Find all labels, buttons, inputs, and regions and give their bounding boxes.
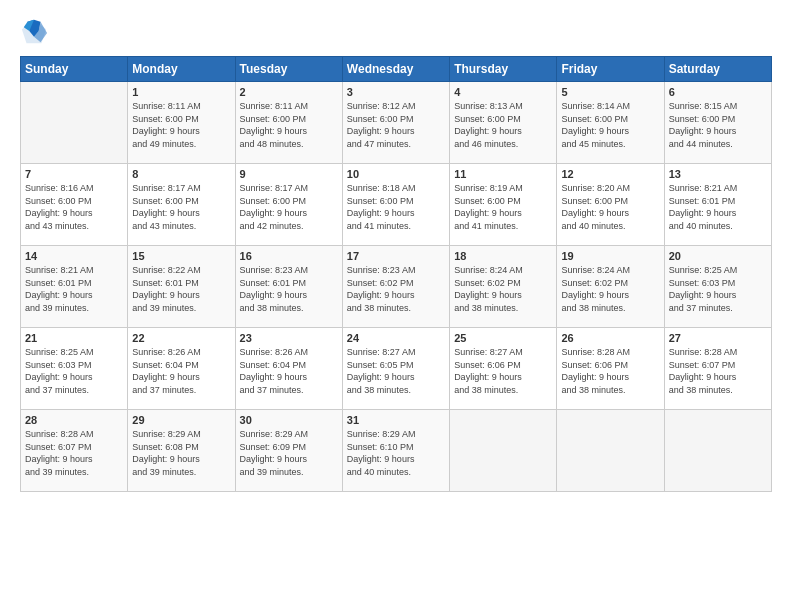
calendar-cell: 19Sunrise: 8:24 AMSunset: 6:02 PMDayligh… — [557, 246, 664, 328]
day-info: Sunrise: 8:24 AMSunset: 6:02 PMDaylight:… — [454, 264, 552, 314]
day-info: Sunrise: 8:29 AMSunset: 6:08 PMDaylight:… — [132, 428, 230, 478]
calendar-cell: 25Sunrise: 8:27 AMSunset: 6:06 PMDayligh… — [450, 328, 557, 410]
day-number: 31 — [347, 414, 445, 426]
day-number: 17 — [347, 250, 445, 262]
calendar-cell: 7Sunrise: 8:16 AMSunset: 6:00 PMDaylight… — [21, 164, 128, 246]
calendar-cell: 27Sunrise: 8:28 AMSunset: 6:07 PMDayligh… — [664, 328, 771, 410]
day-info: Sunrise: 8:28 AMSunset: 6:07 PMDaylight:… — [669, 346, 767, 396]
day-number: 7 — [25, 168, 123, 180]
calendar-cell — [450, 410, 557, 492]
day-number: 4 — [454, 86, 552, 98]
day-number: 30 — [240, 414, 338, 426]
day-info: Sunrise: 8:11 AMSunset: 6:00 PMDaylight:… — [132, 100, 230, 150]
calendar-cell: 5Sunrise: 8:14 AMSunset: 6:00 PMDaylight… — [557, 82, 664, 164]
day-info: Sunrise: 8:20 AMSunset: 6:00 PMDaylight:… — [561, 182, 659, 232]
day-number: 18 — [454, 250, 552, 262]
day-info: Sunrise: 8:23 AMSunset: 6:01 PMDaylight:… — [240, 264, 338, 314]
page: SundayMondayTuesdayWednesdayThursdayFrid… — [0, 0, 792, 612]
logo-icon — [20, 18, 48, 46]
calendar-cell: 26Sunrise: 8:28 AMSunset: 6:06 PMDayligh… — [557, 328, 664, 410]
day-info: Sunrise: 8:11 AMSunset: 6:00 PMDaylight:… — [240, 100, 338, 150]
calendar-table: SundayMondayTuesdayWednesdayThursdayFrid… — [20, 56, 772, 492]
day-info: Sunrise: 8:25 AMSunset: 6:03 PMDaylight:… — [25, 346, 123, 396]
day-number: 9 — [240, 168, 338, 180]
day-info: Sunrise: 8:14 AMSunset: 6:00 PMDaylight:… — [561, 100, 659, 150]
day-number: 22 — [132, 332, 230, 344]
day-info: Sunrise: 8:19 AMSunset: 6:00 PMDaylight:… — [454, 182, 552, 232]
day-number: 16 — [240, 250, 338, 262]
day-info: Sunrise: 8:26 AMSunset: 6:04 PMDaylight:… — [240, 346, 338, 396]
day-number: 1 — [132, 86, 230, 98]
day-info: Sunrise: 8:16 AMSunset: 6:00 PMDaylight:… — [25, 182, 123, 232]
header-row: SundayMondayTuesdayWednesdayThursdayFrid… — [21, 57, 772, 82]
day-number: 20 — [669, 250, 767, 262]
calendar-cell: 20Sunrise: 8:25 AMSunset: 6:03 PMDayligh… — [664, 246, 771, 328]
day-info: Sunrise: 8:18 AMSunset: 6:00 PMDaylight:… — [347, 182, 445, 232]
header-day: Tuesday — [235, 57, 342, 82]
day-info: Sunrise: 8:17 AMSunset: 6:00 PMDaylight:… — [240, 182, 338, 232]
day-info: Sunrise: 8:22 AMSunset: 6:01 PMDaylight:… — [132, 264, 230, 314]
day-number: 8 — [132, 168, 230, 180]
day-number: 28 — [25, 414, 123, 426]
calendar-cell: 29Sunrise: 8:29 AMSunset: 6:08 PMDayligh… — [128, 410, 235, 492]
calendar-cell — [557, 410, 664, 492]
calendar-week-row: 14Sunrise: 8:21 AMSunset: 6:01 PMDayligh… — [21, 246, 772, 328]
calendar-cell: 24Sunrise: 8:27 AMSunset: 6:05 PMDayligh… — [342, 328, 449, 410]
calendar-cell: 3Sunrise: 8:12 AMSunset: 6:00 PMDaylight… — [342, 82, 449, 164]
day-number: 2 — [240, 86, 338, 98]
calendar-cell: 31Sunrise: 8:29 AMSunset: 6:10 PMDayligh… — [342, 410, 449, 492]
day-number: 27 — [669, 332, 767, 344]
calendar-cell: 15Sunrise: 8:22 AMSunset: 6:01 PMDayligh… — [128, 246, 235, 328]
day-info: Sunrise: 8:17 AMSunset: 6:00 PMDaylight:… — [132, 182, 230, 232]
calendar-cell: 16Sunrise: 8:23 AMSunset: 6:01 PMDayligh… — [235, 246, 342, 328]
calendar-cell: 23Sunrise: 8:26 AMSunset: 6:04 PMDayligh… — [235, 328, 342, 410]
calendar-cell: 8Sunrise: 8:17 AMSunset: 6:00 PMDaylight… — [128, 164, 235, 246]
calendar-cell: 13Sunrise: 8:21 AMSunset: 6:01 PMDayligh… — [664, 164, 771, 246]
header — [20, 18, 772, 46]
header-day: Thursday — [450, 57, 557, 82]
day-info: Sunrise: 8:29 AMSunset: 6:10 PMDaylight:… — [347, 428, 445, 478]
day-info: Sunrise: 8:25 AMSunset: 6:03 PMDaylight:… — [669, 264, 767, 314]
day-info: Sunrise: 8:29 AMSunset: 6:09 PMDaylight:… — [240, 428, 338, 478]
day-info: Sunrise: 8:27 AMSunset: 6:05 PMDaylight:… — [347, 346, 445, 396]
day-number: 10 — [347, 168, 445, 180]
calendar-week-row: 7Sunrise: 8:16 AMSunset: 6:00 PMDaylight… — [21, 164, 772, 246]
calendar-cell: 11Sunrise: 8:19 AMSunset: 6:00 PMDayligh… — [450, 164, 557, 246]
day-number: 11 — [454, 168, 552, 180]
day-info: Sunrise: 8:12 AMSunset: 6:00 PMDaylight:… — [347, 100, 445, 150]
calendar-week-row: 1Sunrise: 8:11 AMSunset: 6:00 PMDaylight… — [21, 82, 772, 164]
day-info: Sunrise: 8:15 AMSunset: 6:00 PMDaylight:… — [669, 100, 767, 150]
calendar-cell: 6Sunrise: 8:15 AMSunset: 6:00 PMDaylight… — [664, 82, 771, 164]
header-day: Sunday — [21, 57, 128, 82]
calendar-cell — [664, 410, 771, 492]
day-number: 5 — [561, 86, 659, 98]
day-number: 19 — [561, 250, 659, 262]
day-info: Sunrise: 8:21 AMSunset: 6:01 PMDaylight:… — [25, 264, 123, 314]
calendar-cell: 12Sunrise: 8:20 AMSunset: 6:00 PMDayligh… — [557, 164, 664, 246]
day-number: 29 — [132, 414, 230, 426]
day-number: 23 — [240, 332, 338, 344]
calendar-cell: 1Sunrise: 8:11 AMSunset: 6:00 PMDaylight… — [128, 82, 235, 164]
day-info: Sunrise: 8:23 AMSunset: 6:02 PMDaylight:… — [347, 264, 445, 314]
calendar-cell: 30Sunrise: 8:29 AMSunset: 6:09 PMDayligh… — [235, 410, 342, 492]
calendar-cell: 21Sunrise: 8:25 AMSunset: 6:03 PMDayligh… — [21, 328, 128, 410]
day-number: 26 — [561, 332, 659, 344]
day-info: Sunrise: 8:26 AMSunset: 6:04 PMDaylight:… — [132, 346, 230, 396]
calendar-cell: 14Sunrise: 8:21 AMSunset: 6:01 PMDayligh… — [21, 246, 128, 328]
day-info: Sunrise: 8:13 AMSunset: 6:00 PMDaylight:… — [454, 100, 552, 150]
day-info: Sunrise: 8:28 AMSunset: 6:06 PMDaylight:… — [561, 346, 659, 396]
day-number: 24 — [347, 332, 445, 344]
day-number: 3 — [347, 86, 445, 98]
calendar-cell: 4Sunrise: 8:13 AMSunset: 6:00 PMDaylight… — [450, 82, 557, 164]
logo — [20, 18, 50, 46]
calendar-cell: 17Sunrise: 8:23 AMSunset: 6:02 PMDayligh… — [342, 246, 449, 328]
day-number: 6 — [669, 86, 767, 98]
header-day: Friday — [557, 57, 664, 82]
day-number: 25 — [454, 332, 552, 344]
calendar-week-row: 21Sunrise: 8:25 AMSunset: 6:03 PMDayligh… — [21, 328, 772, 410]
day-number: 13 — [669, 168, 767, 180]
calendar-week-row: 28Sunrise: 8:28 AMSunset: 6:07 PMDayligh… — [21, 410, 772, 492]
day-info: Sunrise: 8:21 AMSunset: 6:01 PMDaylight:… — [669, 182, 767, 232]
calendar-cell: 2Sunrise: 8:11 AMSunset: 6:00 PMDaylight… — [235, 82, 342, 164]
header-day: Wednesday — [342, 57, 449, 82]
